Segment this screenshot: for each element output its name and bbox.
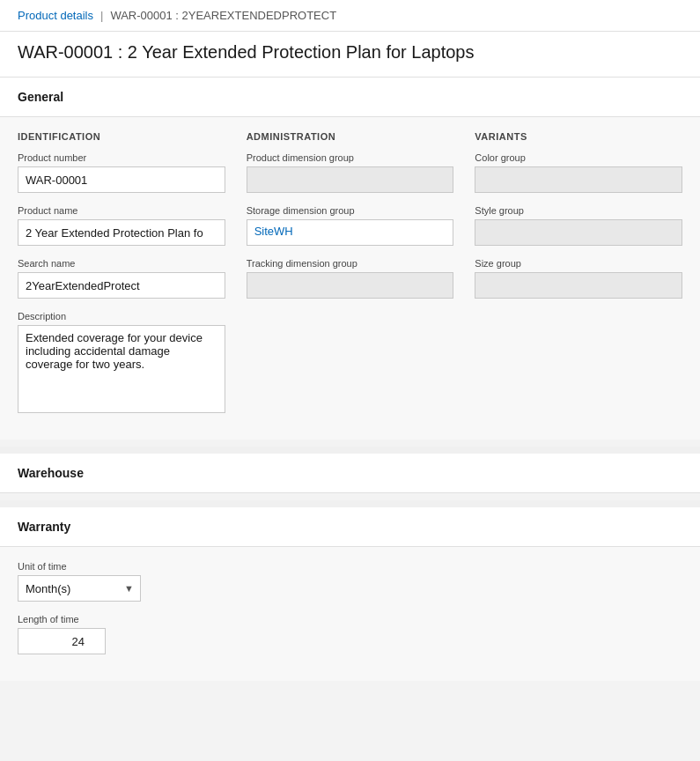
breadcrumb-bar: Product details | WAR-00001 : 2YEAREXTEN… xyxy=(0,0,700,32)
identification-header: IDENTIFICATION xyxy=(18,131,225,142)
warehouse-panel: Warehouse xyxy=(0,454,700,493)
description-textarea[interactable]: Extended coverage for your device includ… xyxy=(18,325,225,413)
product-dimension-group-field: Product dimension group xyxy=(247,152,454,193)
product-name-input[interactable] xyxy=(18,219,225,246)
variants-column: VARIANTS Color group Style group Size gr… xyxy=(475,131,682,425)
warehouse-section-header: Warehouse xyxy=(0,454,700,493)
divider-2 xyxy=(0,500,700,507)
warranty-panel: Warranty Unit of time Month(s) Year(s) D… xyxy=(0,507,700,681)
product-dimension-group-label: Product dimension group xyxy=(247,152,454,163)
breadcrumb-current: WAR-00001 : 2YEAREXTENDEDPROTECT xyxy=(110,9,336,22)
search-name-label: Search name xyxy=(18,258,225,269)
breadcrumb-link[interactable]: Product details xyxy=(18,9,93,22)
tracking-dimension-group-label: Tracking dimension group xyxy=(247,258,454,269)
variants-header: VARIANTS xyxy=(475,131,682,142)
style-group-field: Style group xyxy=(475,205,682,246)
product-number-input[interactable] xyxy=(18,166,225,193)
description-field: Description Extended coverage for your d… xyxy=(18,311,225,413)
color-group-input[interactable] xyxy=(475,166,682,193)
unit-of-time-wrapper: Month(s) Year(s) Day(s) ▼ xyxy=(18,575,141,602)
breadcrumb-separator: | xyxy=(100,9,103,22)
length-of-time-input[interactable] xyxy=(18,628,106,654)
length-of-time-label: Length of time xyxy=(18,614,682,624)
product-name-label: Product name xyxy=(18,205,225,216)
administration-header: ADMINISTRATION xyxy=(247,131,454,142)
divider-1 xyxy=(0,447,700,454)
storage-dimension-group-field: Storage dimension group SiteWH xyxy=(247,205,454,246)
color-group-field: Color group xyxy=(475,152,682,193)
page-title: WAR-00001 : 2 Year Extended Protection P… xyxy=(0,32,700,78)
description-label: Description xyxy=(18,311,225,321)
tracking-dimension-group-input[interactable] xyxy=(247,272,454,299)
search-name-input[interactable] xyxy=(18,272,225,299)
identification-column: IDENTIFICATION Product number Product na… xyxy=(18,131,225,425)
general-section-body: IDENTIFICATION Product number Product na… xyxy=(0,117,700,440)
general-grid: IDENTIFICATION Product number Product na… xyxy=(18,131,682,425)
product-number-field: Product number xyxy=(18,152,225,193)
product-name-field: Product name xyxy=(18,205,225,246)
administration-column: ADMINISTRATION Product dimension group S… xyxy=(247,131,454,425)
product-dimension-group-input[interactable] xyxy=(247,166,454,193)
unit-of-time-field: Unit of time Month(s) Year(s) Day(s) ▼ xyxy=(18,561,682,602)
product-number-label: Product number xyxy=(18,152,225,163)
search-name-field: Search name xyxy=(18,258,225,299)
tracking-dimension-group-field: Tracking dimension group xyxy=(247,258,454,299)
storage-dimension-group-input[interactable]: SiteWH xyxy=(247,219,454,246)
storage-dimension-group-label: Storage dimension group xyxy=(247,205,454,216)
warranty-section-body: Unit of time Month(s) Year(s) Day(s) ▼ L… xyxy=(0,547,700,681)
unit-of-time-label: Unit of time xyxy=(18,561,682,572)
style-group-label: Style group xyxy=(475,205,682,216)
size-group-input[interactable] xyxy=(475,272,682,299)
style-group-input[interactable] xyxy=(475,219,682,246)
size-group-label: Size group xyxy=(475,258,682,269)
general-section-header: General xyxy=(0,78,700,117)
general-panel: General IDENTIFICATION Product number Pr… xyxy=(0,78,700,440)
warranty-section-header: Warranty xyxy=(0,507,700,547)
length-of-time-field: Length of time xyxy=(18,614,682,654)
unit-of-time-select[interactable]: Month(s) Year(s) Day(s) xyxy=(18,575,141,602)
color-group-label: Color group xyxy=(475,152,682,163)
page-container: Product details | WAR-00001 : 2YEAREXTEN… xyxy=(0,0,700,761)
size-group-field: Size group xyxy=(475,258,682,299)
